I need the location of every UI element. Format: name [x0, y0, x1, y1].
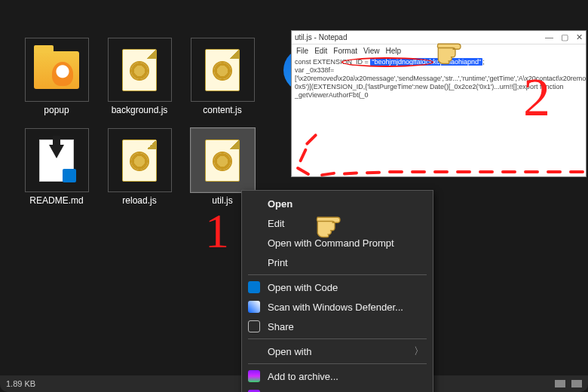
notepad-body[interactable]: const EXTENSION_ID = "beohjmjdnogffaldcb… [292, 57, 586, 176]
close-icon[interactable]: ✕ [576, 32, 583, 42]
winrar-icon [248, 370, 260, 382]
menu-add-rar[interactable]: Add to "util.rar" [242, 386, 433, 392]
file-item-popup[interactable]: popup [15, 38, 98, 128]
file-item-readme[interactable]: README.md [15, 128, 98, 219]
maximize-icon[interactable]: ▢ [561, 32, 568, 42]
file-label: README.md [29, 195, 83, 206]
menu-add-archive[interactable]: Add to archive... [242, 366, 433, 386]
minimize-icon[interactable]: — [545, 32, 553, 42]
file-item-contentjs[interactable]: content.js [181, 38, 264, 128]
script-icon [108, 128, 172, 192]
notepad-title: util.js - Notepad [295, 33, 347, 41]
menu-view[interactable]: View [363, 47, 380, 55]
menu-scan-defender[interactable]: Scan with Windows Defender... [242, 297, 433, 317]
menu-open-code[interactable]: Open with Code [242, 277, 433, 297]
vscode-icon [248, 281, 260, 293]
selected-text: "beohjmjdnogffaldcbkcpmlaohiapnd" [370, 58, 482, 66]
notepad-window: util.js - Notepad — ▢ ✕ File Edit Format… [291, 30, 586, 177]
menu-format[interactable]: Format [333, 47, 357, 55]
thumbnails-view-icon[interactable] [571, 380, 582, 387]
menu-file[interactable]: File [296, 47, 308, 55]
menu-open-with[interactable]: Open with〉 [242, 341, 433, 361]
menu-separator [248, 274, 427, 275]
menu-share[interactable]: Share [242, 317, 433, 336]
menu-edit[interactable]: Edit [242, 213, 433, 233]
status-size: 1.89 KB [6, 379, 35, 388]
menu-separator [248, 363, 427, 364]
file-label: background.js [112, 105, 168, 115]
notepad-menubar: File Edit Format View Help [292, 44, 586, 57]
menu-help[interactable]: Help [386, 47, 402, 55]
file-label: content.js [203, 105, 241, 115]
status-view-icons [555, 380, 582, 387]
file-item-backgroundjs[interactable]: background.js [98, 38, 181, 128]
file-label: reload.js [122, 195, 156, 206]
markdown-icon [25, 128, 89, 192]
script-icon [191, 38, 255, 102]
menu-open-cmd[interactable]: Open with Command Prompt [242, 233, 433, 253]
details-view-icon[interactable] [555, 380, 565, 387]
share-icon [248, 320, 260, 332]
menu-edit[interactable]: Edit [314, 47, 327, 55]
menu-open[interactable]: Open [242, 194, 433, 213]
notepad-titlebar[interactable]: util.js - Notepad — ▢ ✕ [292, 31, 586, 44]
file-label: popup [44, 105, 69, 115]
context-menu: Open Edit Open with Command Prompt Print… [241, 190, 433, 392]
shield-icon [248, 301, 260, 313]
script-icon [191, 128, 255, 192]
folder-icon [25, 38, 89, 102]
menu-print[interactable]: Print [242, 253, 433, 272]
chevron-right-icon: 〉 [414, 345, 424, 358]
menu-separator [248, 338, 427, 339]
file-label: util.js [212, 195, 232, 206]
script-icon [108, 38, 172, 102]
file-item-reloadjs[interactable]: reload.js [98, 128, 181, 219]
